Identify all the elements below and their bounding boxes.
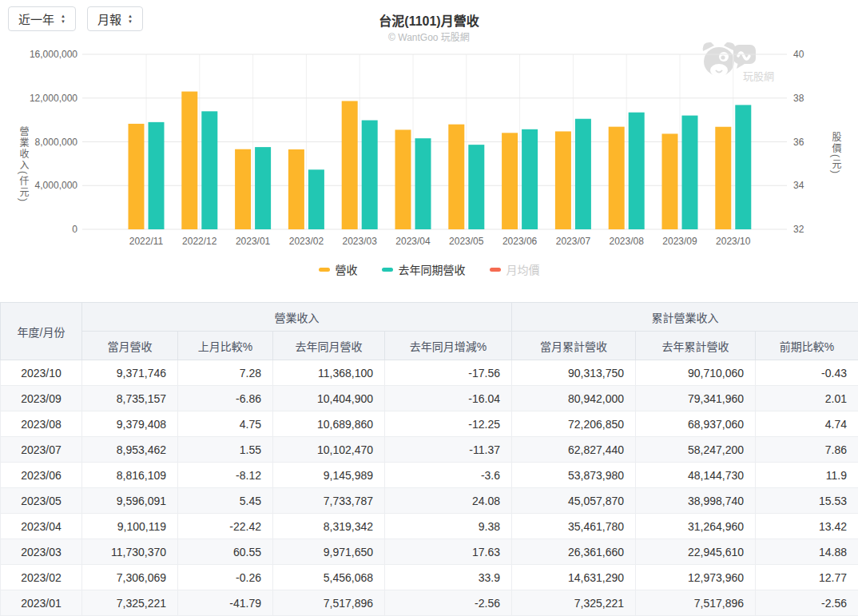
cell-cumulative-revenue: 53,873,980 bbox=[512, 463, 636, 488]
col-header-cumulative-revenue: 當月累計營收 bbox=[512, 332, 636, 360]
prev-year-revenue-bar[interactable] bbox=[735, 105, 751, 229]
cell-yoy-pct: -12.25 bbox=[385, 411, 512, 437]
prev-year-revenue-bar[interactable] bbox=[682, 116, 698, 229]
cell-mom-pct: -0.26 bbox=[178, 565, 273, 590]
y-axis-tick-right: 34 bbox=[793, 180, 804, 191]
y-axis-tick-right: 36 bbox=[793, 137, 804, 148]
cell-period-cmp-pct: 13.42 bbox=[756, 514, 858, 539]
prev-year-revenue-bar[interactable] bbox=[415, 138, 431, 229]
x-axis-tick: 2023/07 bbox=[556, 236, 591, 247]
cell-month: 2023/09 bbox=[1, 386, 82, 411]
range-select-label: 近一年 bbox=[18, 10, 54, 27]
cell-yoy-pct: -11.37 bbox=[385, 437, 512, 463]
cell-mom-pct: 5.45 bbox=[178, 488, 273, 514]
table-row: 2023/0311,730,37060.559,971,65017.6326,3… bbox=[1, 539, 858, 565]
legend-marker-icon bbox=[490, 268, 501, 272]
cell-period-cmp-pct: 4.74 bbox=[756, 411, 858, 437]
cell-period-cmp-pct: -2.56 bbox=[756, 590, 858, 616]
x-axis-tick: 2023/08 bbox=[610, 236, 645, 247]
cell-yoy-pct: -17.56 bbox=[385, 360, 512, 386]
monthly-revenue-table: 年度/月份 營業收入 累計營業收入 當月營收 上月比較% 去年同月營收 去年同月… bbox=[0, 302, 858, 616]
cell-yoy-pct: -2.56 bbox=[385, 590, 512, 616]
prev-year-revenue-bar[interactable] bbox=[468, 145, 484, 229]
cell-prev-year-month-revenue: 9,971,650 bbox=[273, 539, 385, 565]
cell-cumulative-revenue: 45,057,870 bbox=[512, 488, 636, 514]
revenue-bar[interactable] bbox=[342, 101, 358, 229]
cell-current-revenue: 9,596,091 bbox=[82, 488, 178, 514]
x-axis-tick: 2023/10 bbox=[716, 236, 751, 247]
cell-mom-pct: -22.42 bbox=[178, 514, 273, 539]
x-axis-tick: 2023/05 bbox=[449, 236, 484, 247]
chevron-updown-icon: ▲▼ bbox=[61, 14, 66, 25]
col-header-current-revenue: 當月營收 bbox=[82, 332, 178, 360]
prev-year-revenue-bar[interactable] bbox=[362, 121, 378, 229]
prev-year-revenue-bar[interactable] bbox=[575, 119, 591, 229]
revenue-bar[interactable] bbox=[555, 131, 571, 229]
prev-year-revenue-bar[interactable] bbox=[308, 169, 324, 229]
table-row: 2023/027,306,069-0.265,456,06833.914,631… bbox=[1, 565, 858, 590]
cell-period-cmp-pct: 7.86 bbox=[756, 437, 858, 463]
cell-month: 2023/10 bbox=[1, 360, 82, 386]
cell-prev-year-month-revenue: 5,456,068 bbox=[273, 565, 385, 590]
cell-month: 2023/05 bbox=[1, 488, 82, 514]
revenue-bar[interactable] bbox=[395, 129, 411, 229]
revenue-bar[interactable] bbox=[288, 149, 304, 229]
revenue-bar[interactable] bbox=[448, 125, 464, 229]
prev-year-revenue-bar[interactable] bbox=[629, 113, 645, 229]
cell-yoy-pct: 9.38 bbox=[385, 514, 512, 539]
cell-yoy-pct: -3.6 bbox=[385, 463, 512, 488]
cell-month: 2023/07 bbox=[1, 437, 82, 463]
cell-prev-year-cumulative: 22,945,610 bbox=[636, 539, 756, 565]
prev-year-revenue-bar[interactable] bbox=[201, 111, 217, 229]
legend-item-0[interactable]: 營收 bbox=[319, 261, 358, 277]
table-row: 2023/078,953,4621.5510,102,470-11.3762,8… bbox=[1, 437, 858, 463]
cell-prev-year-cumulative: 68,937,060 bbox=[636, 411, 756, 437]
cell-month: 2023/08 bbox=[1, 411, 82, 437]
cell-period-cmp-pct: -0.43 bbox=[756, 360, 858, 386]
revenue-bar[interactable] bbox=[662, 133, 678, 229]
y-axis-tick-right: 32 bbox=[793, 224, 804, 235]
legend-item-1[interactable]: 去年同期營收 bbox=[382, 261, 466, 277]
revenue-bar[interactable] bbox=[609, 127, 625, 229]
cell-mom-pct: 60.55 bbox=[178, 539, 273, 565]
legend-item-2[interactable]: 月均價 bbox=[490, 261, 540, 277]
x-axis-tick: 2023/01 bbox=[236, 236, 271, 247]
cell-month: 2023/03 bbox=[1, 539, 82, 565]
revenue-bar[interactable] bbox=[181, 92, 197, 229]
prev-year-revenue-bar[interactable] bbox=[149, 122, 165, 229]
cell-prev-year-month-revenue: 10,404,900 bbox=[273, 386, 385, 411]
cell-current-revenue: 9,371,746 bbox=[82, 360, 178, 386]
revenue-bar[interactable] bbox=[129, 124, 145, 229]
cell-period-cmp-pct: 14.88 bbox=[756, 539, 858, 565]
legend-marker-icon bbox=[319, 268, 330, 272]
cell-yoy-pct: 17.63 bbox=[385, 539, 512, 565]
cell-cumulative-revenue: 72,206,850 bbox=[512, 411, 636, 437]
report-type-select-button[interactable]: 月報 ▲▼ bbox=[87, 6, 143, 31]
revenue-bar[interactable] bbox=[502, 133, 518, 229]
cell-prev-year-month-revenue: 11,368,100 bbox=[273, 360, 385, 386]
x-axis-tick: 2023/03 bbox=[343, 236, 378, 247]
cell-yoy-pct: -16.04 bbox=[385, 386, 512, 411]
table-row: 2023/068,816,109-8.129,145,989-3.653,873… bbox=[1, 463, 858, 488]
cell-cumulative-revenue: 62,827,440 bbox=[512, 437, 636, 463]
cell-current-revenue: 9,100,119 bbox=[82, 514, 178, 539]
cell-current-revenue: 9,379,408 bbox=[82, 411, 178, 437]
range-select-button[interactable]: 近一年 ▲▼ bbox=[8, 6, 76, 31]
cell-mom-pct: -6.86 bbox=[178, 386, 273, 411]
cell-prev-year-cumulative: 48,144,730 bbox=[636, 463, 756, 488]
y-axis-tick-left: 8,000,000 bbox=[35, 137, 78, 148]
legend-label: 去年同期營收 bbox=[399, 261, 466, 277]
cell-prev-year-cumulative: 79,341,960 bbox=[636, 386, 756, 411]
y-axis-tick-left: 0 bbox=[72, 224, 77, 235]
cell-prev-year-cumulative: 31,264,960 bbox=[636, 514, 756, 539]
cell-month: 2023/04 bbox=[1, 514, 82, 539]
revenue-bar[interactable] bbox=[235, 149, 251, 229]
cell-mom-pct: 1.55 bbox=[178, 437, 273, 463]
cell-prev-year-month-revenue: 8,319,342 bbox=[273, 514, 385, 539]
legend-marker-icon bbox=[382, 268, 393, 272]
y-axis-tick-right: 40 bbox=[793, 49, 804, 60]
prev-year-revenue-bar[interactable] bbox=[255, 147, 271, 229]
revenue-bar[interactable] bbox=[715, 127, 731, 229]
prev-year-revenue-bar[interactable] bbox=[522, 129, 538, 229]
table-row: 2023/089,379,4084.7510,689,860-12.2572,2… bbox=[1, 411, 858, 437]
